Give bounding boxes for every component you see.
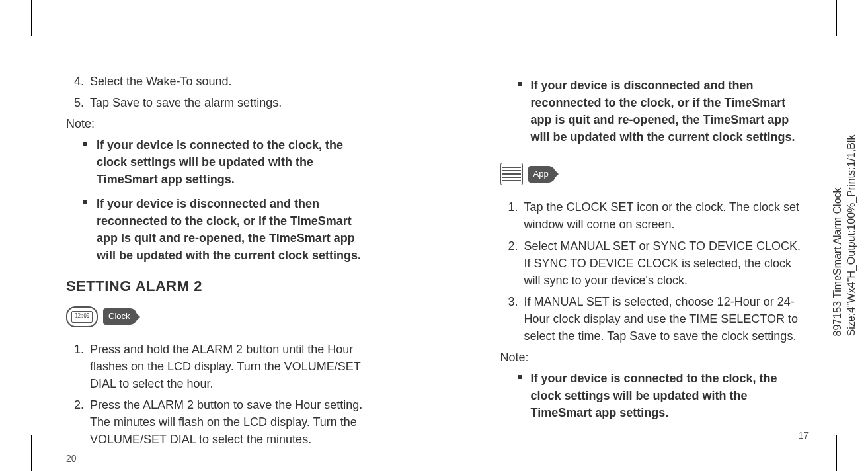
clock-badge-label: Clock xyxy=(103,308,137,325)
app-steps-list: Tap the CLOCK SET icon or the clock. The… xyxy=(500,198,809,345)
list-item: If MANUAL SET is selected, choose 12-Hou… xyxy=(522,293,809,345)
note-list-top: If your device is disconnected and then … xyxy=(500,77,809,146)
crop-mark xyxy=(836,0,837,36)
note-item: If your device is disconnected and then … xyxy=(87,195,375,264)
note-list-bottom: If your device is connected to the clock… xyxy=(500,370,809,421)
clock-lcd: 12:00 xyxy=(71,311,93,323)
note-item: If your device is connected to the clock… xyxy=(522,370,809,421)
list-item: Tap the CLOCK SET icon or the clock. The… xyxy=(522,198,809,233)
app-badge-label: App xyxy=(528,166,555,183)
alarm2-steps-list: Press and hold the ALARM 2 button until … xyxy=(66,341,375,449)
section-heading: SETTING ALARM 2 xyxy=(66,276,375,297)
page-number-left: 20 xyxy=(66,452,375,465)
list-item: Tap Save to save the alarm settings. xyxy=(87,94,375,111)
crop-mark xyxy=(31,435,32,471)
list-item: Press the ALARM 2 button to save the Hou… xyxy=(87,396,375,448)
page-number-right: 17 xyxy=(500,429,809,442)
crop-mark xyxy=(0,36,31,36)
crop-mark xyxy=(837,435,868,435)
print-job-line2: Size:4"Wx4"H_Output:100%_Prints:1/1,Blk xyxy=(846,135,857,337)
continued-steps-list: Select the Wake-To sound. Tap Save to sa… xyxy=(66,73,375,111)
step-text: Tap the CLOCK SET icon or the clock. The… xyxy=(524,200,800,231)
crop-mark xyxy=(0,435,31,435)
clock-badge-row: 12:00 Clock xyxy=(66,306,375,327)
page-left: Select the Wake-To sound. Tap Save to sa… xyxy=(0,0,434,471)
print-job-line1: 897153 TimeSmart Alarm Clock xyxy=(832,187,843,336)
app-badge-row: App xyxy=(500,163,809,185)
step-text: Press the ALARM 2 button to save the Hou… xyxy=(90,398,362,446)
crop-mark xyxy=(434,435,434,471)
note-label: Note: xyxy=(66,115,375,132)
step-text: Select MANUAL SET or SYNC TO DEVICE CLOC… xyxy=(524,239,801,287)
step-text: Tap Save to save the alarm settings. xyxy=(90,96,282,109)
list-item: Select MANUAL SET or SYNC TO DEVICE CLOC… xyxy=(522,237,809,289)
page-right: If your device is disconnected and then … xyxy=(434,0,869,471)
note-item: If your device is disconnected and then … xyxy=(522,77,809,146)
step-text: Press and hold the ALARM 2 button until … xyxy=(90,343,361,390)
note-list: If your device is connected to the clock… xyxy=(66,136,375,264)
list-item: Press and hold the ALARM 2 button until … xyxy=(87,341,375,392)
crop-mark xyxy=(837,36,868,36)
crop-mark xyxy=(836,435,837,471)
clock-icon: 12:00 xyxy=(66,306,98,327)
note-label: Note: xyxy=(500,349,809,366)
step-text: Select the Wake-To sound. xyxy=(90,75,231,88)
note-item: If your device is connected to the clock… xyxy=(87,136,375,188)
print-job-label: 897153 TimeSmart Alarm Clock Size:4"Wx4"… xyxy=(831,135,859,337)
crop-mark xyxy=(31,0,32,36)
list-item: Select the Wake-To sound. xyxy=(87,73,375,90)
step-text: If MANUAL SET is selected, choose 12-Hou… xyxy=(524,295,799,343)
app-icon xyxy=(500,163,523,185)
